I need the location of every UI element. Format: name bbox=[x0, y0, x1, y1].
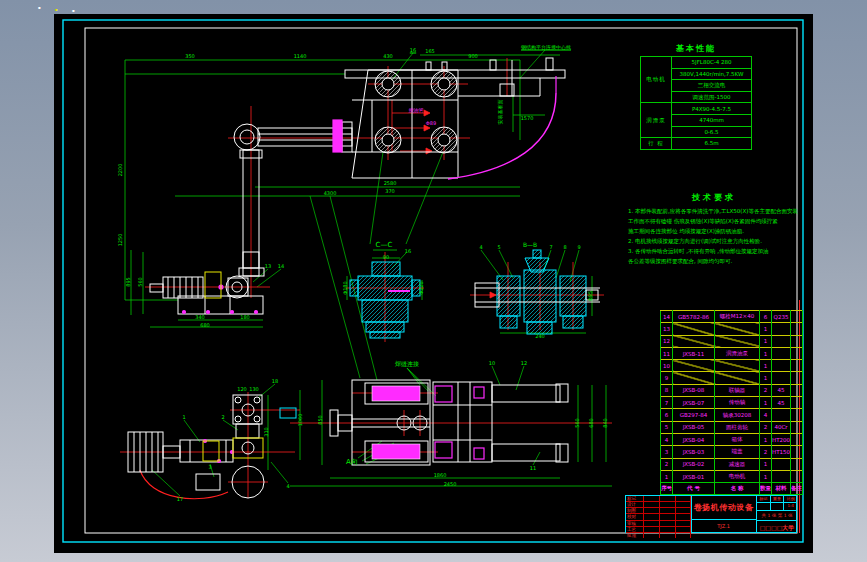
signature-row: 批准 bbox=[626, 533, 691, 538]
spec-value: 5JFL80C-4 280 bbox=[672, 57, 752, 69]
weight-label: 重量 bbox=[771, 496, 785, 502]
spec-value: 380V,1440r/min,7.5KW bbox=[672, 68, 752, 80]
spec-table-title: 基本性能 bbox=[640, 43, 752, 54]
bom-row: 1JXSB-01电动机1 bbox=[661, 470, 803, 482]
bom-table: 14GB5782-86螺栓M12×406Q23513112111JXSB-11润… bbox=[660, 310, 803, 495]
title-block-middle: 卷扬机传动设备 TJZ.1 bbox=[691, 496, 756, 532]
spec-row: 润滑泵P4X90-4.5-7.5 bbox=[641, 103, 752, 115]
drawing-number: TJZ.1 bbox=[691, 519, 756, 532]
bom-row: 11JXSB-11润滑油泵1 bbox=[661, 347, 803, 359]
bom-row: 8JXSB-08联轴器245 bbox=[661, 384, 803, 396]
spec-table: 基本性能 电动机5JFL80C-4 280380V,1440r/min,7.5K… bbox=[640, 43, 752, 150]
tech-requirement-line: 1. 本部件装配前,应将各零件清洗干净,工LX50(X)等各主要配合面安装 bbox=[628, 206, 800, 216]
hoist-side-view bbox=[150, 252, 264, 314]
weight-value bbox=[771, 503, 785, 510]
title-block: 标记设计制图校对审核工艺批准 卷扬机传动设备 TJZ.1 标记 重量 比例 1:… bbox=[625, 495, 797, 533]
spec-value: 4740mm bbox=[672, 114, 752, 126]
bom-row: 131 bbox=[661, 323, 803, 335]
bom-row: 14GB5782-86螺栓M12×406Q235 bbox=[661, 311, 803, 323]
stage-value bbox=[757, 503, 771, 510]
drawing-title: 卷扬机传动设备 bbox=[691, 496, 756, 519]
spec-value: 6.5m bbox=[672, 138, 752, 150]
spec-value: 调速范围-1500 bbox=[672, 91, 752, 103]
spec-value: P4X90-4.5-7.5 bbox=[672, 103, 752, 115]
front-view bbox=[234, 58, 565, 268]
tech-requirement-line: 工作面不得有磕碰 伤痕及锈蚀(X)等缺陷(X)各紧固件均须拧紧 bbox=[628, 216, 800, 226]
yellow-parts bbox=[203, 272, 263, 461]
tech-requirement-line: 3. 各传动件啮合运转时 ,不得有异响 ,传动部位按规定加油 bbox=[628, 246, 800, 256]
spec-value: 0-6.5 bbox=[672, 126, 752, 138]
spec-value: 三相交流电 bbox=[672, 80, 752, 92]
spec-group-label: 润滑泵 bbox=[641, 103, 672, 138]
bom-row: 101 bbox=[661, 360, 803, 372]
spec-group-label: 电动机 bbox=[641, 57, 672, 103]
bom-row: 4JXSB-04箱体1HT200 bbox=[661, 433, 803, 445]
tech-requirements: 技术要求 1. 本部件装配前,应将各零件清洗干净,工LX50(X)等各主要配合面… bbox=[628, 192, 800, 266]
organization: □□□□大学 bbox=[757, 521, 797, 534]
spec-row: 电动机5JFL80C-4 280 bbox=[641, 57, 752, 69]
spec-group-label: 行 程 bbox=[641, 138, 672, 150]
title-block-right: 标记 重量 比例 1:4 共 1 张 第 1 张 □□□□大学 bbox=[756, 496, 797, 532]
stage-label: 标记 bbox=[757, 496, 771, 502]
cyan-fitting bbox=[280, 408, 296, 418]
bom-row: 91 bbox=[661, 372, 803, 384]
tech-requirement-line: 2. 电机接线须按规定方向进行(调)试时注意方向性检验. bbox=[628, 236, 800, 246]
bom-row: 6GB297-84轴承302084 bbox=[661, 409, 803, 421]
bom-header-row: 序号代 号名 称数量材料备注 bbox=[661, 483, 803, 495]
tech-requirement-line: 各公差等级按图样要求配合, 间隙均匀即可. bbox=[628, 256, 800, 266]
cad-viewer-window: ▪ ▪ ▪ bbox=[0, 0, 867, 562]
tech-requirements-title: 技术要求 bbox=[628, 192, 800, 203]
bom-row: 5JXSB-05圆柱齿轮240Cr bbox=[661, 421, 803, 433]
bom-row: 3JXSB-03端盖2HT150 bbox=[661, 446, 803, 458]
bom-row: 7JXSB-07传动轴145 bbox=[661, 397, 803, 409]
bom-row: 2JXSB-02减速器1 bbox=[661, 458, 803, 470]
sheet-count: 共 1 张 第 1 张 bbox=[757, 511, 797, 521]
section-cc bbox=[350, 262, 420, 338]
title-block-signatures: 标记设计制图校对审核工艺批准 bbox=[626, 496, 692, 532]
bom-row: 121 bbox=[661, 335, 803, 347]
leader-lines bbox=[152, 50, 579, 496]
tech-requirement-line: 施工期间各连接部位 均须按规定(X)涂防锈油脂. bbox=[628, 226, 800, 236]
scale-label: 比例 bbox=[784, 496, 797, 502]
spec-row: 行 程6.5m bbox=[641, 138, 752, 150]
scale-value: 1:4 bbox=[784, 503, 797, 510]
